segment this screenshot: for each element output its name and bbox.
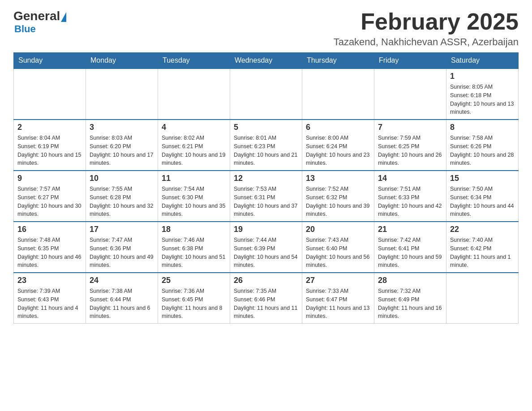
day-cell: 28Sunrise: 7:32 AM Sunset: 6:49 PM Dayli… [374, 273, 446, 324]
day-cell: 3Sunrise: 8:03 AM Sunset: 6:20 PM Daylig… [86, 120, 158, 171]
day-cell: 10Sunrise: 7:55 AM Sunset: 6:28 PM Dayli… [86, 171, 158, 222]
week-row-5: 23Sunrise: 7:39 AM Sunset: 6:43 PM Dayli… [14, 273, 519, 324]
day-info: Sunrise: 7:50 AM Sunset: 6:34 PM Dayligh… [450, 185, 515, 218]
logo-general-text: General [13, 9, 60, 23]
day-info: Sunrise: 7:48 AM Sunset: 6:35 PM Dayligh… [17, 236, 82, 270]
week-row-2: 2Sunrise: 8:04 AM Sunset: 6:19 PM Daylig… [14, 120, 519, 171]
day-cell: 25Sunrise: 7:36 AM Sunset: 6:45 PM Dayli… [158, 273, 230, 324]
day-cell: 27Sunrise: 7:33 AM Sunset: 6:47 PM Dayli… [302, 273, 374, 324]
day-info: Sunrise: 7:53 AM Sunset: 6:31 PM Dayligh… [234, 185, 298, 218]
day-info: Sunrise: 7:36 AM Sunset: 6:45 PM Dayligh… [162, 287, 226, 321]
day-cell: 14Sunrise: 7:51 AM Sunset: 6:33 PM Dayli… [374, 171, 446, 222]
day-number: 6 [306, 123, 370, 132]
day-number: 23 [17, 276, 82, 285]
day-cell: 4Sunrise: 8:02 AM Sunset: 6:21 PM Daylig… [158, 120, 230, 171]
day-number: 3 [90, 123, 154, 132]
day-header-tuesday: Tuesday [158, 53, 230, 69]
day-number: 17 [90, 225, 154, 234]
day-number: 18 [162, 225, 226, 234]
day-info: Sunrise: 7:40 AM Sunset: 6:42 PM Dayligh… [450, 236, 515, 270]
location-title: Tazakend, Nakhichevan ASSR, Azerbaijan [334, 36, 519, 48]
week-row-4: 16Sunrise: 7:48 AM Sunset: 6:35 PM Dayli… [14, 222, 519, 273]
day-number: 26 [234, 276, 298, 285]
day-number: 7 [378, 123, 442, 132]
week-row-1: 1Sunrise: 8:05 AM Sunset: 6:18 PM Daylig… [14, 68, 519, 120]
day-number: 22 [450, 225, 515, 234]
day-number: 9 [17, 174, 82, 183]
day-cell: 13Sunrise: 7:52 AM Sunset: 6:32 PM Dayli… [302, 171, 374, 222]
day-info: Sunrise: 7:32 AM Sunset: 6:49 PM Dayligh… [378, 287, 442, 321]
day-info: Sunrise: 7:54 AM Sunset: 6:30 PM Dayligh… [162, 185, 226, 218]
day-cell: 9Sunrise: 7:57 AM Sunset: 6:27 PM Daylig… [14, 171, 86, 222]
day-number: 14 [378, 174, 442, 183]
day-info: Sunrise: 7:47 AM Sunset: 6:36 PM Dayligh… [90, 236, 154, 270]
day-info: Sunrise: 7:43 AM Sunset: 6:40 PM Dayligh… [306, 236, 370, 270]
day-header-row: SundayMondayTuesdayWednesdayThursdayFrid… [14, 53, 519, 69]
month-title: February 2025 [334, 9, 519, 34]
logo-text: General [13, 9, 66, 23]
day-number: 16 [17, 225, 82, 234]
day-cell: 2Sunrise: 8:04 AM Sunset: 6:19 PM Daylig… [14, 120, 86, 171]
day-cell: 12Sunrise: 7:53 AM Sunset: 6:31 PM Dayli… [230, 171, 302, 222]
day-number: 12 [234, 174, 298, 183]
title-section: February 2025 Tazakend, Nakhichevan ASSR… [334, 9, 519, 48]
day-header-friday: Friday [374, 53, 446, 69]
day-number: 1 [450, 72, 515, 81]
day-info: Sunrise: 7:55 AM Sunset: 6:28 PM Dayligh… [90, 185, 154, 218]
day-info: Sunrise: 8:00 AM Sunset: 6:24 PM Dayligh… [306, 134, 370, 167]
day-number: 13 [306, 174, 370, 183]
day-cell: 7Sunrise: 7:59 AM Sunset: 6:25 PM Daylig… [374, 120, 446, 171]
day-info: Sunrise: 7:59 AM Sunset: 6:25 PM Dayligh… [378, 134, 442, 167]
day-number: 27 [306, 276, 370, 285]
day-cell [374, 68, 446, 120]
day-number: 19 [234, 225, 298, 234]
calendar-header: SundayMondayTuesdayWednesdayThursdayFrid… [14, 53, 519, 69]
day-info: Sunrise: 7:58 AM Sunset: 6:26 PM Dayligh… [450, 134, 515, 167]
day-number: 10 [90, 174, 154, 183]
day-info: Sunrise: 7:52 AM Sunset: 6:32 PM Dayligh… [306, 185, 370, 218]
day-info: Sunrise: 7:35 AM Sunset: 6:46 PM Dayligh… [234, 287, 298, 321]
day-info: Sunrise: 8:01 AM Sunset: 6:23 PM Dayligh… [234, 134, 298, 167]
day-cell: 6Sunrise: 8:00 AM Sunset: 6:24 PM Daylig… [302, 120, 374, 171]
day-cell: 17Sunrise: 7:47 AM Sunset: 6:36 PM Dayli… [86, 222, 158, 273]
logo-blue-text: Blue [14, 23, 36, 35]
day-cell: 18Sunrise: 7:46 AM Sunset: 6:38 PM Dayli… [158, 222, 230, 273]
day-cell: 24Sunrise: 7:38 AM Sunset: 6:44 PM Dayli… [86, 273, 158, 324]
day-info: Sunrise: 7:33 AM Sunset: 6:47 PM Dayligh… [306, 287, 370, 321]
day-number: 24 [90, 276, 154, 285]
logo: General Blue [13, 9, 66, 35]
day-header-wednesday: Wednesday [230, 53, 302, 69]
day-cell: 20Sunrise: 7:43 AM Sunset: 6:40 PM Dayli… [302, 222, 374, 273]
day-info: Sunrise: 7:51 AM Sunset: 6:33 PM Dayligh… [378, 185, 442, 218]
week-row-3: 9Sunrise: 7:57 AM Sunset: 6:27 PM Daylig… [14, 171, 519, 222]
day-header-saturday: Saturday [446, 53, 519, 69]
day-cell: 5Sunrise: 8:01 AM Sunset: 6:23 PM Daylig… [230, 120, 302, 171]
day-number: 11 [162, 174, 226, 183]
day-number: 2 [17, 123, 82, 132]
day-cell: 21Sunrise: 7:42 AM Sunset: 6:41 PM Dayli… [374, 222, 446, 273]
day-info: Sunrise: 8:05 AM Sunset: 6:18 PM Dayligh… [450, 83, 515, 116]
day-info: Sunrise: 7:42 AM Sunset: 6:41 PM Dayligh… [378, 236, 442, 270]
day-cell: 8Sunrise: 7:58 AM Sunset: 6:26 PM Daylig… [446, 120, 519, 171]
day-cell [14, 68, 86, 120]
day-cell [302, 68, 374, 120]
day-cell: 19Sunrise: 7:44 AM Sunset: 6:39 PM Dayli… [230, 222, 302, 273]
day-cell [158, 68, 230, 120]
day-info: Sunrise: 7:38 AM Sunset: 6:44 PM Dayligh… [90, 287, 154, 321]
day-cell: 1Sunrise: 8:05 AM Sunset: 6:18 PM Daylig… [446, 68, 519, 120]
day-info: Sunrise: 7:46 AM Sunset: 6:38 PM Dayligh… [162, 236, 226, 270]
page-header: General Blue February 2025 Tazakend, Nak… [13, 9, 519, 48]
logo-triangle-icon [61, 12, 66, 22]
day-header-thursday: Thursday [302, 53, 374, 69]
day-cell: 11Sunrise: 7:54 AM Sunset: 6:30 PM Dayli… [158, 171, 230, 222]
day-cell: 15Sunrise: 7:50 AM Sunset: 6:34 PM Dayli… [446, 171, 519, 222]
day-number: 28 [378, 276, 442, 285]
calendar-table: SundayMondayTuesdayWednesdayThursdayFrid… [13, 52, 519, 324]
calendar-body: 1Sunrise: 8:05 AM Sunset: 6:18 PM Daylig… [14, 68, 519, 324]
day-info: Sunrise: 8:04 AM Sunset: 6:19 PM Dayligh… [17, 134, 82, 167]
day-cell: 26Sunrise: 7:35 AM Sunset: 6:46 PM Dayli… [230, 273, 302, 324]
day-info: Sunrise: 7:57 AM Sunset: 6:27 PM Dayligh… [17, 185, 82, 218]
day-number: 20 [306, 225, 370, 234]
day-info: Sunrise: 7:44 AM Sunset: 6:39 PM Dayligh… [234, 236, 298, 270]
day-cell [86, 68, 158, 120]
